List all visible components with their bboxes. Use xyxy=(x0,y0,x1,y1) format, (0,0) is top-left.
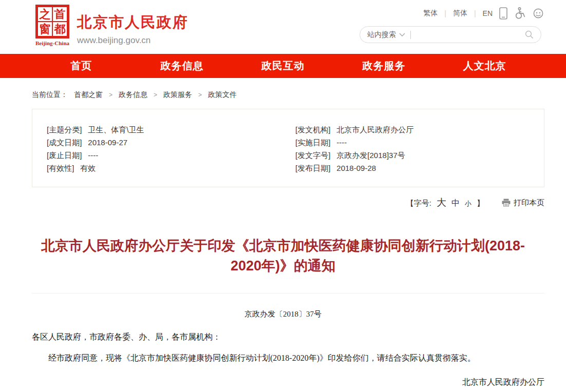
meta-label: [主题分类] xyxy=(47,123,82,136)
nav-item-government-services[interactable]: 政务服务 xyxy=(333,54,434,78)
metadata-right-column: [发文机构] 北京市人民政府办公厅 [实施日期] ---- [发文字号] 京政办… xyxy=(295,123,544,174)
document-reference-number: 京政办发〔2018〕37号 xyxy=(0,309,566,319)
breadcrumb-separator: > xyxy=(198,91,202,99)
breadcrumb-separator: > xyxy=(109,91,112,99)
divider: | xyxy=(444,9,446,17)
seal-char: 首 xyxy=(52,7,67,22)
meta-label: [废止日期] xyxy=(47,149,82,162)
meta-value: ---- xyxy=(88,149,98,162)
font-size-medium-button[interactable]: 中 xyxy=(451,198,460,209)
font-size-controls: 【字号: 大 中 小 】 xyxy=(406,196,484,209)
main-navigation: 首页 政务信息 政民互动 政务服务 人文北京 xyxy=(0,54,566,78)
nav-item-public-interaction[interactable]: 政民互动 xyxy=(233,54,333,78)
font-size-small-button[interactable]: 小 xyxy=(465,199,471,208)
breadcrumb-item-government-info[interactable]: 政务信息 xyxy=(119,90,147,100)
search-icon[interactable] xyxy=(525,30,534,39)
accessibility-wheelchair-icon[interactable] xyxy=(514,7,525,19)
signature-block: 北京市人民政府办公厅 2018年9月27日 xyxy=(0,377,544,392)
printer-icon xyxy=(502,199,511,207)
breadcrumb-item-capital-window[interactable]: 首都之窗 xyxy=(74,90,103,100)
lang-english-link[interactable]: EN xyxy=(483,9,493,17)
nav-item-home[interactable]: 首页 xyxy=(31,54,131,78)
divider: | xyxy=(474,9,476,17)
chevron-down-icon xyxy=(399,33,405,37)
print-label: 打印本页 xyxy=(514,198,544,208)
font-size-prefix: 【字号: xyxy=(406,199,431,208)
logo-caption: Beijing-China xyxy=(32,40,73,46)
signature-agency: 北京市人民政府办公厅 xyxy=(0,377,544,388)
print-page-button[interactable]: 打印本页 xyxy=(502,198,544,208)
article-toolbar: 【字号: 大 中 小 】 打印本页 xyxy=(32,196,544,209)
font-size-suffix: 】 xyxy=(477,199,484,208)
article-paragraph: 经市政府同意，现将《北京市加快医药健康协同创新行动计划(2018-2020年)》… xyxy=(32,352,534,364)
article-title: 北京市人民政府办公厅关于印发《北京市加快医药健康协同创新行动计划(2018-20… xyxy=(38,236,529,276)
meta-value: 2018-09-28 xyxy=(336,162,376,174)
meta-label: [成文日期] xyxy=(47,136,82,149)
breadcrumb-item-policy-documents[interactable]: 政策文件 xyxy=(208,90,237,100)
site-search-bar: 站内搜索 xyxy=(360,26,541,43)
breadcrumb: 当前位置： 首都之窗 > 政务信息 > 政策服务 > 政策文件 xyxy=(32,90,566,100)
meta-value: ---- xyxy=(336,136,347,149)
site-title-block: 北京市人民政府 www.beijing.gov.cn xyxy=(77,12,188,46)
seal-char: 窗 xyxy=(37,22,52,36)
meta-row-repeal-date: [废止日期] ---- xyxy=(47,149,295,162)
breadcrumb-separator: > xyxy=(154,91,157,99)
breadcrumb-item-policy-services[interactable]: 政策服务 xyxy=(163,90,192,100)
meta-label: [实施日期] xyxy=(295,136,330,149)
search-scope-dropdown[interactable]: 站内搜索 xyxy=(367,30,405,40)
meta-label: [发文机构] xyxy=(295,123,330,136)
site-logo[interactable]: 之 首 窗 都 Beijing-China xyxy=(32,5,73,46)
meta-row-validity: [有效性] 有效 xyxy=(47,162,295,174)
document-metadata-box: [主题分类] 卫生、体育\卫生 [成文日期] 2018-09-27 [废止日期]… xyxy=(32,109,544,187)
meta-value: 北京市人民政府办公厅 xyxy=(336,123,413,136)
meta-row-topic-category: [主题分类] 卫生、体育\卫生 xyxy=(47,123,295,136)
lang-traditional-link[interactable]: 繁体 xyxy=(423,9,438,18)
search-input[interactable] xyxy=(416,30,525,40)
meta-value: 有效 xyxy=(80,162,96,174)
capital-window-seal-logo: 之 首 窗 都 xyxy=(35,5,69,38)
meta-row-document-number: [发文字号] 京政办发[2018]37号 xyxy=(295,149,544,162)
meta-value: 京政办发[2018]37号 xyxy=(336,149,405,162)
mobile-phone-icon[interactable] xyxy=(499,7,507,19)
seal-char: 之 xyxy=(37,7,52,22)
smart-assistant-icon[interactable] xyxy=(532,8,544,19)
meta-row-issuing-agency: [发文机构] 北京市人民政府办公厅 xyxy=(295,123,544,136)
site-url: www.beijing.gov.cn xyxy=(77,35,188,46)
meta-value: 2018-09-27 xyxy=(88,136,127,149)
seal-char: 都 xyxy=(52,22,67,36)
search-scope-label: 站内搜索 xyxy=(367,30,396,40)
font-size-large-button[interactable]: 大 xyxy=(437,196,446,209)
article-salutation: 各区人民政府，市政府各委、办、局，各市属机构： xyxy=(32,331,534,343)
meta-label: [有效性] xyxy=(47,162,74,174)
nav-item-government-info[interactable]: 政务信息 xyxy=(131,54,232,78)
meta-row-publish-date: [发布日期] 2018-09-28 xyxy=(295,162,544,174)
meta-row-implementation-date: [实施日期] ---- xyxy=(295,136,544,149)
meta-label: [发布日期] xyxy=(295,162,330,174)
meta-row-issue-date: [成文日期] 2018-09-27 xyxy=(47,136,295,149)
nav-item-humanistic-beijing[interactable]: 人文北京 xyxy=(435,54,535,78)
divider xyxy=(410,31,411,39)
site-header: 之 首 窗 都 Beijing-China 北京市人民政府 www.beijin… xyxy=(0,0,566,54)
meta-value: 卫生、体育\卫生 xyxy=(88,123,144,136)
metadata-left-column: [主题分类] 卫生、体育\卫生 [成文日期] 2018-09-27 [废止日期]… xyxy=(47,123,295,174)
divider xyxy=(32,293,544,293)
meta-label: [发文字号] xyxy=(295,149,330,162)
site-name: 北京市人民政府 xyxy=(77,12,188,33)
lang-simplified-link[interactable]: 简体 xyxy=(453,9,467,18)
header-utilities: 繁体 | 简体 | EN xyxy=(360,7,544,43)
language-switcher: 繁体 | 简体 | EN xyxy=(360,7,544,19)
breadcrumb-label: 当前位置： xyxy=(32,90,68,100)
